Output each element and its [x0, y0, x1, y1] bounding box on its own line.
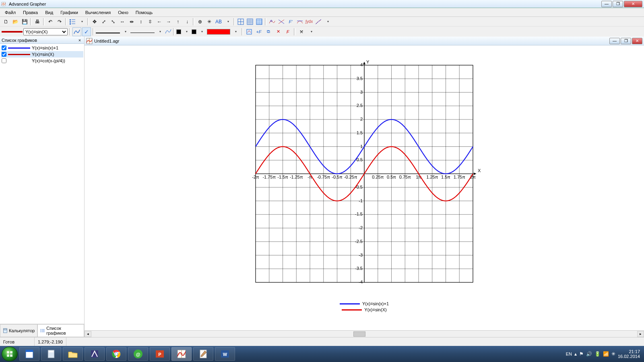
label-button[interactable]: AB [214, 17, 223, 26]
fit-dropdown[interactable] [307, 27, 316, 36]
taskbar-app-notes[interactable] [193, 347, 213, 361]
undo-button[interactable]: ↶ [46, 17, 55, 26]
doc-close-button[interactable]: ✕ [632, 38, 642, 44]
fit-button[interactable]: ⤧ [297, 27, 306, 36]
tab-graph-list[interactable]: Список графиков [37, 324, 84, 337]
graph-checkbox[interactable] [2, 58, 6, 63]
svg-text:0.75π: 0.75π [399, 175, 411, 179]
menu-edit[interactable]: Правка [20, 9, 41, 16]
tray-network-icon[interactable]: 📶 [603, 352, 609, 356]
list-toggle-button[interactable] [68, 17, 77, 26]
minimize-button[interactable]: — [601, 1, 612, 7]
crosshair-button[interactable]: ⊕ [196, 17, 204, 26]
point-color1-dd[interactable] [182, 27, 191, 36]
menu-file[interactable]: Файл [2, 9, 19, 16]
scroll-track[interactable] [91, 331, 637, 337]
menu-window[interactable]: Окно [115, 9, 132, 16]
sidebar-close-button[interactable]: × [77, 38, 83, 43]
zoom-x-button[interactable]: ↔ [118, 17, 127, 26]
intersect-button[interactable] [277, 17, 286, 26]
move-down-button[interactable]: ↓ [183, 17, 192, 26]
start-button[interactable] [2, 347, 18, 361]
point-color2-dd[interactable] [197, 27, 206, 36]
graph-list-item[interactable]: Y(x)=sin(X) [1, 51, 83, 58]
point-color2[interactable] [192, 29, 196, 34]
taskbar-app-grapher[interactable] [171, 347, 192, 361]
tangent-button[interactable] [295, 17, 304, 26]
close-button[interactable]: ✕ [624, 1, 642, 7]
move-right-button[interactable]: → [164, 17, 173, 26]
save-button[interactable]: 💾 [20, 17, 29, 26]
derivative-button[interactable]: F' [286, 17, 295, 26]
taskbar-app-explorer[interactable] [63, 347, 83, 361]
tray-show-hidden-icon[interactable]: ▴ [574, 352, 577, 356]
tab-calculator[interactable]: Калькулятор [0, 324, 37, 337]
menu-view[interactable]: Вид [42, 9, 56, 16]
taskbar-app-chrome[interactable] [106, 347, 126, 361]
regression-button[interactable] [314, 17, 323, 26]
taskbar-app-agent[interactable]: @ [128, 347, 148, 361]
graph-list-item[interactable]: Y(x)=sin(x)+1 [1, 45, 83, 51]
doc-maximize-button[interactable]: ❐ [621, 38, 631, 44]
taskbar-app-word[interactable]: W [215, 347, 235, 361]
curve-style-button[interactable] [72, 27, 81, 36]
label-dropdown[interactable] [223, 17, 232, 26]
tray-volume-icon[interactable]: 🔊 [586, 352, 592, 356]
menu-graphs[interactable]: Графики [57, 9, 81, 16]
graph-list-item[interactable]: Y(x)=cot(x-(pi/4)) [1, 58, 83, 64]
tray-sync-icon[interactable]: ✳ [611, 352, 615, 356]
delete-func-button[interactable]: ✕ [274, 27, 283, 36]
menu-calc[interactable]: Вычисления [82, 9, 114, 16]
doc-minimize-button[interactable]: — [609, 38, 620, 44]
snap-button[interactable]: ✳ [205, 17, 214, 26]
list-dropdown[interactable] [77, 17, 86, 26]
zoom-out-button[interactable]: ⤡ [109, 17, 118, 26]
integral-button[interactable]: ∫ydx [305, 17, 314, 26]
tray-battery-icon[interactable]: 🔋 [594, 352, 601, 356]
line-check-button[interactable]: ✓ [82, 27, 91, 36]
tray-language[interactable]: EN [566, 352, 572, 356]
taskbar-app-libreoffice[interactable] [19, 347, 39, 361]
line-style-dropdown[interactable] [155, 27, 164, 36]
taskbar-app-editor[interactable] [85, 347, 105, 361]
zoom-y-button[interactable]: ↕ [136, 17, 145, 26]
move-left-button[interactable]: ← [155, 17, 164, 26]
tools-dropdown[interactable] [323, 17, 332, 26]
tray-clock[interactable]: 21:17 16.02.2014 [618, 349, 640, 359]
new-button[interactable]: 🗋 [2, 17, 10, 26]
grid-minor-button[interactable] [246, 17, 254, 26]
add-func-button[interactable]: +F [254, 27, 263, 36]
fill-color-swatch[interactable] [207, 29, 230, 35]
dup-func-button[interactable]: ⧉ [264, 27, 273, 36]
open-button[interactable]: 📂 [11, 17, 20, 26]
graph-color-sample [8, 60, 30, 62]
pan-button[interactable]: ✥ [90, 17, 99, 26]
table-button[interactable] [255, 17, 264, 26]
plot-area[interactable]: XY-2π-1.75π-1.5π-1.25π-π-0.75π-0.5π-0.25… [85, 45, 644, 330]
taskbar-app-calc[interactable] [41, 347, 61, 361]
line-width-dropdown[interactable] [121, 27, 130, 36]
function-selector[interactable]: Y(x)=sin(X) [23, 28, 68, 35]
scroll-right-button[interactable]: ▸ [637, 331, 644, 337]
zoom-in-button[interactable]: ⤢ [99, 17, 108, 26]
menu-help[interactable]: Помощь [132, 9, 156, 16]
point-color1[interactable] [176, 29, 181, 34]
print-button[interactable]: 🖶 [33, 17, 42, 26]
shrink-x-button[interactable]: ⇹ [127, 17, 136, 26]
tray-flag-icon[interactable]: ⚑ [579, 352, 584, 356]
scroll-thumb[interactable] [353, 331, 365, 337]
func-style-button[interactable]: F [283, 27, 292, 36]
fill-color-dd[interactable] [231, 27, 240, 36]
taskbar-app-powerpoint[interactable]: P [150, 347, 170, 361]
horizontal-scrollbar[interactable]: ◂ ▸ [85, 330, 644, 337]
graph-checkbox[interactable] [2, 45, 6, 50]
scroll-left-button[interactable]: ◂ [85, 331, 91, 337]
redo-button[interactable]: ↷ [55, 17, 64, 26]
graph-checkbox[interactable] [2, 52, 6, 57]
shrink-y-button[interactable]: ⇳ [146, 17, 155, 26]
move-up-button[interactable]: ↑ [173, 17, 182, 26]
grid-major-button[interactable] [236, 17, 245, 26]
maximize-button[interactable]: ❐ [613, 1, 623, 7]
trace-button[interactable] [268, 17, 277, 26]
graph-props-button[interactable] [245, 27, 254, 36]
